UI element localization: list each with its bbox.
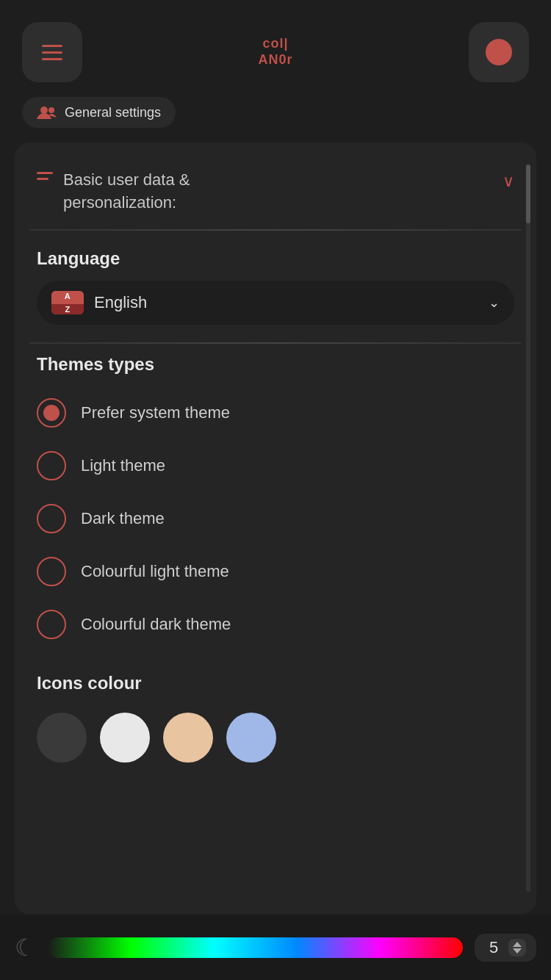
radio-label-colourful-light: Colourful light theme (81, 562, 229, 581)
divider-1 (29, 229, 522, 231)
radio-label-system: Prefer system theme (81, 403, 230, 422)
themes-section: Themes types Prefer system theme Light t… (29, 347, 522, 666)
lang-icon-inner: Z (51, 304, 84, 314)
themes-label: Themes types (37, 354, 514, 375)
language-icon: A Z (51, 291, 84, 314)
svg-point-0 (40, 107, 48, 114)
color-circle-light-blue[interactable] (226, 713, 276, 763)
record-button[interactable] (469, 22, 529, 82)
app-logo: col| AN0r (258, 36, 292, 68)
breadcrumb-pill: General settings (22, 97, 176, 128)
scrollbar-thumb (526, 165, 530, 223)
record-icon (486, 39, 512, 65)
radio-label-dark: Dark theme (81, 509, 165, 528)
language-selected-text: English (94, 293, 147, 312)
radio-item-dark[interactable]: Dark theme (37, 492, 514, 545)
radio-outer-colourful-dark (37, 610, 66, 639)
radio-label-colourful-dark: Colourful dark theme (81, 615, 231, 634)
language-dropdown[interactable]: A Z English ⌄ (37, 281, 514, 325)
section-header[interactable]: Basic user data &personalization: ∨ (29, 157, 522, 226)
breadcrumb: General settings (0, 97, 551, 143)
stepper-arrows[interactable] (508, 939, 526, 956)
menu-button[interactable] (22, 22, 82, 82)
hamburger-icon (42, 45, 62, 60)
bottom-bar: ☾ 5 (0, 915, 551, 980)
stepper-down-icon[interactable] (513, 948, 522, 954)
radio-item-light[interactable]: Light theme (37, 439, 514, 492)
lang-icon-top: A (51, 291, 84, 301)
people-icon (37, 104, 57, 120)
language-section: Language A Z English ⌄ (29, 234, 522, 339)
color-slider[interactable] (48, 937, 463, 958)
radio-item-system[interactable]: Prefer system theme (37, 386, 514, 439)
radio-label-light: Light theme (81, 456, 165, 475)
scrollbar[interactable] (526, 165, 530, 892)
radio-outer-system (37, 398, 66, 428)
svg-point-1 (48, 107, 54, 113)
color-circles (37, 705, 514, 770)
radio-item-colourful-dark[interactable]: Colourful dark theme (37, 598, 514, 651)
section-chevron-icon: ∨ (503, 172, 514, 191)
radio-inner-system (43, 405, 60, 421)
app-header: col| AN0r (0, 0, 551, 97)
icons-colour-section: Icons colour (29, 666, 522, 785)
radio-item-colourful-light[interactable]: Colourful light theme (37, 545, 514, 598)
divider-2 (29, 342, 522, 344)
radio-outer-dark (37, 504, 66, 533)
color-circle-peach[interactable] (163, 713, 213, 763)
language-select-left: A Z English (51, 291, 147, 314)
stepper-up-icon[interactable] (513, 942, 522, 947)
section-title: Basic user data &personalization: (63, 169, 190, 215)
radio-outer-colourful-light (37, 557, 66, 586)
stepper-container: 5 (475, 934, 536, 962)
moon-icon: ☾ (15, 934, 36, 962)
double-line-icon (37, 172, 53, 180)
section-header-left: Basic user data &personalization: (37, 169, 190, 215)
language-label: Language (37, 248, 514, 269)
main-card: Basic user data &personalization: ∨ Lang… (15, 143, 536, 914)
stepper-value: 5 (485, 938, 503, 957)
color-circle-white[interactable] (100, 713, 150, 763)
section-icon (37, 172, 53, 180)
icons-colour-label: Icons colour (37, 673, 514, 693)
color-circle-dark-gray[interactable] (37, 713, 87, 763)
language-chevron-icon: ⌄ (489, 295, 500, 311)
radio-outer-light (37, 451, 66, 480)
breadcrumb-label: General settings (65, 105, 161, 120)
